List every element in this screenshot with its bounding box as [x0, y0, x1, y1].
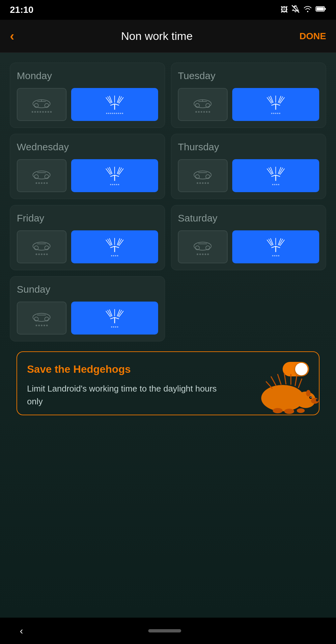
day-name-monday: Monday	[17, 70, 158, 81]
svg-line-53	[271, 175, 276, 176]
status-bar: 21:10 🖼	[0, 0, 336, 20]
svg-line-113	[284, 373, 286, 384]
day-name-thursday: Thursday	[178, 141, 319, 153]
svg-line-10	[110, 104, 115, 105]
day-buttons-friday	[17, 230, 158, 263]
svg-line-82	[276, 246, 280, 248]
day-buttons-wednesday	[17, 159, 158, 192]
svg-line-11	[115, 104, 119, 105]
mower-dots	[32, 111, 52, 113]
svg-line-26	[276, 104, 280, 105]
day-buttons-sunday	[17, 302, 158, 335]
battery-icon	[316, 6, 326, 14]
status-time: 21:10	[10, 5, 34, 15]
status-icons: 🖼	[281, 5, 326, 15]
svg-line-54	[276, 175, 280, 176]
svg-point-109	[311, 397, 312, 398]
svg-line-112	[278, 374, 281, 384]
svg-line-25	[271, 104, 276, 105]
svg-line-115	[295, 376, 297, 386]
sprinkler-button-friday[interactable]	[71, 230, 158, 263]
sprinkler-button-sunday[interactable]	[71, 302, 158, 335]
day-card-friday: Friday	[10, 205, 165, 270]
hedgehog-card: Save the Hedgehogs Limit Landroid's work…	[16, 351, 320, 415]
mower-button-monday[interactable]	[17, 88, 67, 121]
bottom-pill	[148, 629, 181, 632]
svg-line-39	[110, 175, 115, 176]
svg-point-120	[297, 408, 305, 413]
photo-icon: 🖼	[281, 6, 288, 14]
day-card-wednesday: Wednesday	[10, 134, 165, 199]
days-grid: Monday	[10, 63, 326, 341]
mower-button-saturday[interactable]	[178, 230, 228, 263]
sprinkler-button-tuesday[interactable]	[232, 88, 319, 121]
done-button[interactable]: DONE	[299, 31, 326, 42]
back-button[interactable]: ‹	[10, 29, 14, 44]
svg-line-81	[271, 246, 276, 248]
svg-line-95	[110, 317, 115, 319]
mower-button-sunday[interactable]	[17, 302, 67, 335]
bottom-back-button[interactable]: ‹	[20, 625, 23, 636]
svg-line-68	[115, 246, 119, 248]
day-name-tuesday: Tuesday	[178, 70, 319, 81]
day-name-wednesday: Wednesday	[17, 141, 158, 153]
main-content: Monday	[0, 53, 336, 618]
day-buttons-saturday	[178, 230, 319, 263]
day-name-sunday: Sunday	[17, 284, 158, 295]
page-title: Non work time	[121, 30, 193, 43]
sprinkler-button-monday[interactable]	[71, 88, 158, 121]
svg-point-118	[273, 408, 283, 413]
day-buttons-thursday	[178, 159, 319, 192]
sprinkler-button-thursday[interactable]	[232, 159, 319, 192]
mower-button-friday[interactable]	[17, 230, 67, 263]
mower-button-thursday[interactable]	[178, 159, 228, 192]
day-card-sunday: Sunday	[10, 276, 165, 341]
svg-line-111	[271, 377, 276, 386]
day-card-saturday: Saturday	[171, 205, 326, 270]
svg-point-110	[306, 390, 311, 396]
sprinkler-dots	[106, 113, 123, 114]
day-card-thursday: Thursday	[171, 134, 326, 199]
hedgehog-description: Limit Landroid's working time to the day…	[27, 382, 224, 408]
svg-rect-3	[324, 8, 326, 10]
day-card-monday: Monday	[10, 63, 165, 128]
mower-button-wednesday[interactable]	[17, 159, 67, 192]
day-buttons-monday	[17, 88, 158, 121]
day-buttons-tuesday	[178, 88, 319, 121]
svg-line-117	[298, 379, 302, 388]
sprinkler-button-wednesday[interactable]	[71, 159, 158, 192]
mower-button-tuesday[interactable]	[178, 88, 228, 121]
svg-line-96	[115, 317, 119, 319]
header: ‹ Non work time DONE	[0, 20, 336, 53]
hedgehog-illustration	[253, 362, 319, 415]
wifi-icon	[303, 5, 312, 15]
svg-line-40	[115, 175, 119, 176]
svg-point-107	[316, 399, 319, 401]
svg-point-119	[284, 409, 294, 414]
sprinkler-button-saturday[interactable]	[232, 230, 319, 263]
bottom-bar: ‹	[0, 618, 336, 644]
day-card-tuesday: Tuesday	[171, 63, 326, 128]
day-name-friday: Friday	[17, 213, 158, 224]
svg-rect-2	[317, 7, 324, 11]
bell-off-icon	[291, 5, 300, 15]
day-name-saturday: Saturday	[178, 213, 319, 224]
svg-line-67	[110, 246, 115, 248]
hedgehog-title: Save the Hedgehogs	[27, 363, 131, 375]
svg-line-116	[266, 382, 272, 388]
